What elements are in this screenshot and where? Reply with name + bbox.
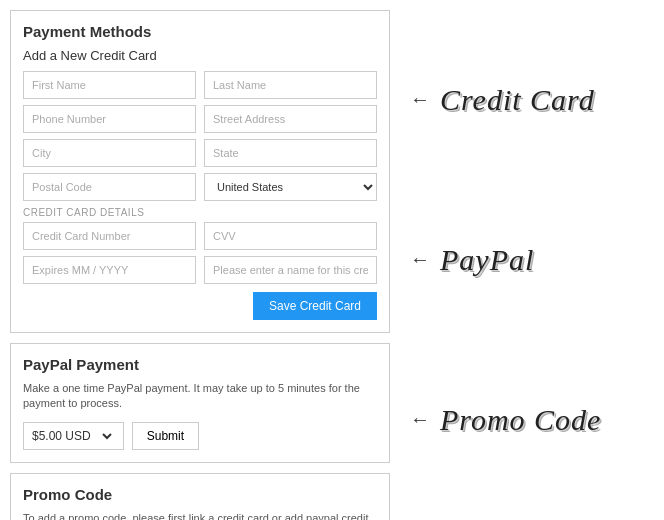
- left-panel: Payment Methods Add a New Credit Card Un…: [10, 10, 390, 510]
- save-credit-card-button[interactable]: Save Credit Card: [253, 292, 377, 320]
- paypal-amount-display: $5.00 USD: [23, 422, 124, 450]
- expiry-name-row: [23, 256, 377, 284]
- credit-card-label-row: ← Credit Card: [410, 83, 634, 117]
- name-row: [23, 71, 377, 99]
- paypal-row: $5.00 USD Submit: [23, 422, 377, 450]
- first-name-input[interactable]: [23, 71, 196, 99]
- paypal-arrow: ←: [410, 248, 430, 271]
- save-btn-row: Save Credit Card: [23, 292, 377, 320]
- phone-street-row: [23, 105, 377, 133]
- promo-arrow: ←: [410, 408, 430, 431]
- paypal-amount-value: $5.00 USD: [32, 429, 91, 443]
- add-credit-card-title: Add a New Credit Card: [23, 48, 377, 63]
- promo-section: Promo Code To add a promo code, please f…: [10, 473, 390, 520]
- postal-country-row: United States: [23, 173, 377, 201]
- paypal-section: PayPal Payment Make a one time PayPal pa…: [10, 343, 390, 463]
- right-panel: ← Credit Card ← PayPal ← Promo Code: [390, 10, 654, 510]
- payment-methods-title: Payment Methods: [23, 23, 377, 40]
- phone-input[interactable]: [23, 105, 196, 133]
- promo-right-label: Promo Code: [440, 403, 601, 437]
- state-input[interactable]: [204, 139, 377, 167]
- country-select[interactable]: United States: [204, 173, 377, 201]
- paypal-title: PayPal Payment: [23, 356, 377, 373]
- city-input[interactable]: [23, 139, 196, 167]
- promo-label-row: ← Promo Code: [410, 403, 634, 437]
- paypal-right-label: PayPal: [440, 243, 534, 277]
- card-name-input[interactable]: [204, 256, 377, 284]
- card-number-input[interactable]: [23, 222, 196, 250]
- credit-card-section: Payment Methods Add a New Credit Card Un…: [10, 10, 390, 333]
- expiry-input[interactable]: [23, 256, 196, 284]
- paypal-currency-select[interactable]: [95, 429, 115, 443]
- card-cvv-row: [23, 222, 377, 250]
- paypal-label-row: ← PayPal: [410, 243, 634, 277]
- paypal-description: Make a one time PayPal payment. It may t…: [23, 381, 377, 412]
- paypal-submit-button[interactable]: Submit: [132, 422, 199, 450]
- credit-card-arrow: ←: [410, 88, 430, 111]
- street-input[interactable]: [204, 105, 377, 133]
- cvv-input[interactable]: [204, 222, 377, 250]
- city-state-row: [23, 139, 377, 167]
- last-name-input[interactable]: [204, 71, 377, 99]
- credit-card-right-label: Credit Card: [440, 83, 595, 117]
- card-details-label: CREDIT CARD DETAILS: [23, 207, 377, 218]
- promo-title: Promo Code: [23, 486, 377, 503]
- promo-description: To add a promo code, please first link a…: [23, 511, 377, 520]
- postal-input[interactable]: [23, 173, 196, 201]
